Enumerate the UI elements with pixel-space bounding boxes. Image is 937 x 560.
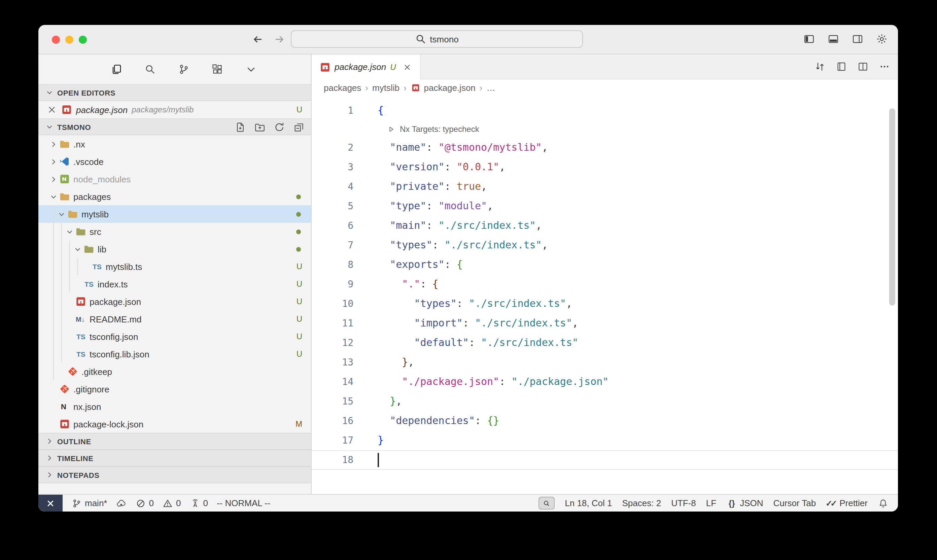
zoom-indicator[interactable] xyxy=(539,497,555,509)
indent-guide xyxy=(53,363,54,380)
code-lens-nx-targets[interactable]: Nx Targets: typecheck xyxy=(312,120,898,138)
radio-tower-icon xyxy=(189,498,200,509)
code-text: "exports": { xyxy=(353,255,463,275)
vim-mode[interactable]: -- NORMAL -- xyxy=(217,498,270,508)
indent-guide xyxy=(61,310,62,328)
breadcrumb-item[interactable]: package.json xyxy=(411,82,475,93)
compare-changes-button[interactable] xyxy=(814,61,825,72)
tree-item-packages[interactable]: packages xyxy=(38,188,311,205)
workspace-header[interactable]: TSMONO xyxy=(38,118,311,135)
open-editor-filename: package.json xyxy=(76,105,128,115)
code-line-7: 7 "types": "./src/index.ts", xyxy=(312,235,898,255)
activity-explorer[interactable] xyxy=(108,61,125,77)
breadcrumb-separator: › xyxy=(403,82,406,92)
toggle-primary-sidebar-button[interactable] xyxy=(804,34,814,45)
refresh-explorer-button[interactable] xyxy=(274,122,285,132)
eol-sequence[interactable]: LF xyxy=(706,498,716,508)
publish-changes[interactable] xyxy=(116,498,127,509)
tree-item-node_modules[interactable]: node_modules xyxy=(38,170,311,188)
tree-item-lib[interactable]: lib xyxy=(38,240,311,258)
remote-indicator[interactable] xyxy=(38,495,63,512)
section-timeline[interactable]: TIMELINE xyxy=(38,449,311,466)
tree-item-.gitkeep[interactable]: .gitkeep xyxy=(38,363,311,380)
tree-item-index.ts[interactable]: TSindex.tsU xyxy=(38,275,311,293)
line-number: 11 xyxy=(312,314,353,333)
git-status-badge: U xyxy=(297,332,302,341)
section-outline[interactable]: OUTLINE xyxy=(38,433,311,449)
tree-item-mytslib.ts[interactable]: TSmytslib.tsU xyxy=(38,258,311,275)
split-editor-button[interactable] xyxy=(858,61,868,72)
command-center-search[interactable]: tsmono xyxy=(291,30,583,48)
line-number: 1 xyxy=(312,101,353,120)
settings-button[interactable] xyxy=(876,34,887,45)
breadcrumb-item[interactable]: … xyxy=(487,82,495,92)
maximize-window-button[interactable] xyxy=(79,36,87,44)
zoom-box xyxy=(539,497,555,509)
code-line-11: 11 "import": "./src/index.ts", xyxy=(312,314,898,333)
tree-item-.vscode[interactable]: .vscode xyxy=(38,153,311,170)
new-file-button[interactable] xyxy=(235,122,246,132)
editor-scrollbar-thumb[interactable] xyxy=(889,108,895,306)
breadcrumb: packages›mytslib›package.json›… xyxy=(312,79,898,95)
tree-item-tsconfig.lib.json[interactable]: TStsconfig.lib.jsonU xyxy=(38,345,311,363)
ts-icon: TS xyxy=(75,331,86,342)
encoding-label: UTF-8 xyxy=(671,498,696,508)
tree-item-README.md[interactable]: M↓README.mdU xyxy=(38,310,311,328)
toggle-panel-button[interactable] xyxy=(828,34,839,45)
formatter-prettier[interactable]: ✓✓Prettier xyxy=(826,498,868,509)
vscode-window: tsmono OPEN EDITORS package.jsonpackages… xyxy=(38,25,898,512)
cursor-position[interactable]: Ln 18, Col 1 xyxy=(565,498,612,508)
indent-guide xyxy=(77,258,78,275)
line-number: 2 xyxy=(312,138,353,157)
close-tab-button[interactable] xyxy=(403,62,412,72)
activity-source-control[interactable] xyxy=(176,61,192,77)
indentation[interactable]: Spaces: 2 xyxy=(622,498,661,508)
problems-warnings[interactable]: 0 xyxy=(163,498,181,509)
tree-item-label: node_modules xyxy=(73,174,131,184)
chevron-right-icon xyxy=(45,436,54,446)
activity-views-more[interactable] xyxy=(243,61,259,77)
section-notepads[interactable]: NOTEPADS xyxy=(38,466,311,483)
tree-item-src[interactable]: src xyxy=(38,223,311,240)
tab-package-json[interactable]: package.json U xyxy=(312,54,421,79)
activity-extensions[interactable] xyxy=(209,61,226,77)
encoding[interactable]: UTF-8 xyxy=(671,498,696,508)
activity-search[interactable] xyxy=(142,61,158,77)
ports-forwarded[interactable]: 0 xyxy=(189,498,208,509)
language-mode[interactable]: {}JSON xyxy=(726,498,763,509)
toggle-secondary-sidebar-button[interactable] xyxy=(852,34,863,45)
tree-item-package.json[interactable]: package.jsonU xyxy=(38,293,311,310)
tree-item-.gitignore[interactable]: .gitignore xyxy=(38,380,311,398)
breadcrumb-item[interactable]: mytslib xyxy=(372,82,400,92)
go-back-button[interactable] xyxy=(252,34,263,45)
cursor-tab[interactable]: Cursor Tab xyxy=(774,498,816,508)
new-folder-button[interactable] xyxy=(254,122,265,132)
minimize-window-button[interactable] xyxy=(65,36,73,44)
editor[interactable]: 1{Nx Targets: typecheck2 "name": "@tsmon… xyxy=(312,95,898,494)
chevron-right-icon xyxy=(49,174,58,185)
notifications-bell[interactable] xyxy=(878,498,889,509)
open-editors-header[interactable]: OPEN EDITORS xyxy=(38,84,311,101)
collapse-folders-button[interactable] xyxy=(294,122,304,132)
tree-item-nx.json[interactable]: Nnx.json xyxy=(38,398,311,415)
go-forward-button[interactable] xyxy=(274,34,285,45)
breadcrumb-item[interactable]: packages xyxy=(324,82,361,92)
tree-item-tsconfig.json[interactable]: TStsconfig.jsonU xyxy=(38,328,311,345)
section-label: NOTEPADS xyxy=(57,471,99,479)
indent-guide xyxy=(53,293,54,310)
tree-item-.nx[interactable]: .nx xyxy=(38,135,311,153)
open-preview-button[interactable] xyxy=(836,61,847,72)
open-editor-item[interactable]: package.jsonpackages/mytslibU xyxy=(38,101,311,118)
ports-forwarded-label: 0 xyxy=(203,498,208,508)
close-icon[interactable] xyxy=(46,104,57,115)
tree-item-package-lock.json[interactable]: package-lock.jsonM xyxy=(38,415,311,433)
modified-dot xyxy=(296,247,301,251)
twisty-spacer xyxy=(49,401,58,412)
cursor-position-label: Ln 18, Col 1 xyxy=(565,498,612,508)
git-branch[interactable]: main* xyxy=(71,498,108,509)
problems-errors-label: 0 xyxy=(149,498,154,508)
problems-errors[interactable]: 0 xyxy=(135,498,154,509)
tree-item-mytslib[interactable]: mytslib xyxy=(38,205,311,223)
close-window-button[interactable] xyxy=(52,36,60,44)
more-actions-button[interactable] xyxy=(879,61,890,72)
